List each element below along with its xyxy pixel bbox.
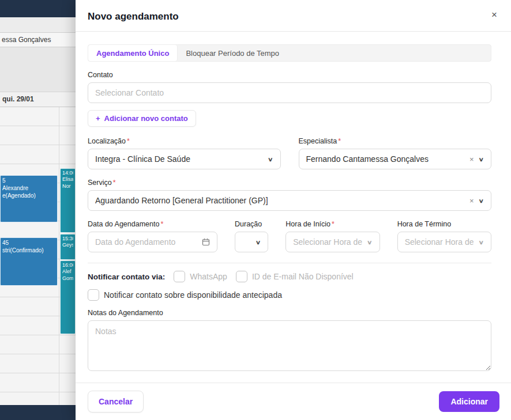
email-checkbox[interactable] — [236, 271, 247, 282]
chevron-down-icon: ∨ — [367, 239, 373, 245]
contato-select[interactable] — [88, 82, 491, 103]
selected-value: Aguardando Retorno [General Practitioner… — [95, 196, 465, 205]
event-line: 5 — [2, 177, 55, 184]
whatsapp-option: WhatsApp — [174, 271, 227, 282]
hora-inicio-field: Hora de Início* Selecionar Hora de ∨ — [285, 220, 380, 252]
cancel-button[interactable]: Cancelar — [88, 391, 144, 413]
notas-field: Notas do Agendamento — [88, 309, 491, 373]
hora-inicio-select[interactable]: Selecionar Hora de ∨ — [285, 232, 380, 252]
notas-textarea[interactable] — [88, 320, 491, 371]
whatsapp-label: WhatsApp — [190, 272, 227, 281]
hora-termino-label: Hora de Término — [397, 220, 491, 228]
calendar-icon — [202, 238, 210, 246]
calendar-event[interactable]: 45 stri(Confirmado) — [0, 237, 58, 286]
data-agendamento-field: Data do Agendamento* — [88, 220, 217, 252]
event-line: 45 — [2, 239, 55, 247]
especialista-label: Especialista* — [299, 137, 492, 145]
date-time-row: Data do Agendamento* — [88, 220, 491, 252]
contato-field: Contato — [88, 71, 491, 103]
duracao-label: Duração — [235, 220, 268, 228]
calendar-event[interactable]: 15:30 Geys — [60, 234, 76, 260]
hora-termino-field: Hora de Término Selecionar Hora de ∨ — [397, 220, 491, 252]
label-text: Especialista — [299, 137, 337, 145]
chevron-down-icon: ∨ — [268, 156, 273, 162]
event-line: Geys — [62, 242, 73, 248]
event-line: Nor — [62, 183, 73, 190]
servico-field: Serviço* Aguardando Retorno [General Pra… — [88, 179, 491, 211]
appointment-type-tabs: Agendamento Único Bloquear Período de Te… — [88, 44, 491, 62]
tab-agendamento-unico[interactable]: Agendamento Único — [88, 45, 178, 61]
event-line: e(Agendado) — [2, 192, 55, 199]
hora-termino-select[interactable]: Selecionar Hora de ∨ — [397, 232, 491, 252]
label-text: Serviço — [88, 179, 112, 187]
contato-label: Contato — [88, 71, 491, 79]
placeholder-text: Selecionar Hora de — [405, 237, 474, 247]
servico-select[interactable]: Aguardando Retorno [General Practitioner… — [88, 190, 491, 211]
contato-input[interactable] — [95, 88, 484, 97]
calendar-event[interactable]: 16:00 Alef Gom — [60, 260, 76, 334]
selected-value: Fernando Cantamessa Gonçalves — [306, 154, 465, 164]
whatsapp-checkbox[interactable] — [174, 271, 185, 282]
app-root: essa Gonçalves qui. 29/01 5 Alexandre e(… — [0, 0, 511, 420]
required-asterisk: * — [338, 137, 341, 145]
required-asterisk: * — [332, 220, 335, 228]
data-agendamento-label: Data do Agendamento* — [88, 220, 217, 228]
chevron-down-icon: ∨ — [478, 156, 484, 162]
new-appointment-modal: Novo agendamento × Agendamento Único Blo… — [76, 0, 511, 420]
email-label: ID de E-mail Não Disponível — [252, 272, 354, 281]
section-divider — [88, 263, 491, 263]
duracao-field: Duração ∨ — [235, 220, 268, 252]
chevron-down-icon: ∨ — [478, 197, 484, 203]
selected-value: Integra - Clínica De Saúde — [95, 154, 263, 164]
event-line: Alef — [62, 268, 73, 275]
hora-inicio-label: Hora de Início* — [285, 220, 380, 228]
modal-header: Novo agendamento × — [76, 0, 511, 32]
advance-availability-label: Notificar contato sobre disponibilidade … — [104, 290, 282, 300]
calendar-toolbar — [0, 47, 76, 92]
calendar-event[interactable]: 5 Alexandre e(Agendado) — [0, 175, 58, 222]
day-column-header: qui. 29/01 — [0, 92, 76, 107]
event-line: Gom — [62, 275, 73, 282]
required-asterisk: * — [113, 179, 116, 187]
data-agendamento-picker[interactable] — [88, 232, 217, 252]
chevron-down-icon: ∨ — [478, 239, 484, 245]
add-button[interactable]: Adicionar — [439, 391, 499, 412]
clear-icon[interactable]: × — [469, 155, 474, 164]
label-text: Data do Agendamento — [88, 220, 159, 228]
top-navigation-bar — [0, 0, 76, 17]
advance-availability-checkbox[interactable] — [88, 289, 99, 301]
modal-body: Agendamento Único Bloquear Período de Te… — [76, 32, 511, 383]
localizacao-label: Localização* — [88, 137, 281, 145]
clear-icon[interactable]: × — [469, 196, 474, 205]
modal-title: Novo agendamento — [88, 11, 491, 22]
tab-bloquear-periodo[interactable]: Bloquear Período de Tempo — [178, 45, 287, 61]
label-text: Duração — [235, 220, 262, 228]
data-agendamento-input[interactable] — [95, 237, 200, 247]
especialista-select[interactable]: Fernando Cantamessa Gonçalves × ∨ — [299, 149, 492, 169]
modal-footer: Cancelar Adicionar — [76, 383, 511, 420]
calendar-background: essa Gonçalves qui. 29/01 5 Alexandre e(… — [0, 0, 76, 420]
especialista-field: Especialista* Fernando Cantamessa Gonçal… — [299, 137, 492, 169]
calendar-event[interactable]: 14:00 Elisa Nor — [60, 168, 76, 233]
event-line: stri(Confirmado) — [2, 247, 55, 254]
location-specialist-row: Localização* Integra - Clínica De Saúde … — [88, 137, 491, 169]
event-line: Elisa — [62, 176, 73, 183]
plus-icon: + — [96, 114, 100, 123]
close-icon[interactable]: × — [491, 10, 497, 20]
localizacao-select[interactable]: Integra - Clínica De Saúde ∨ — [88, 149, 281, 169]
localizacao-field: Localização* Integra - Clínica De Saúde … — [88, 137, 281, 169]
email-option: ID de E-mail Não Disponível — [236, 271, 354, 282]
chevron-down-icon: ∨ — [256, 239, 261, 245]
label-text: Localização — [88, 137, 126, 145]
add-contact-label: Adicionar novo contato — [104, 114, 188, 123]
notify-via-label: Notificar contato via: — [88, 273, 165, 281]
required-asterisk: * — [160, 220, 163, 228]
bottom-bar — [0, 405, 76, 420]
duracao-select[interactable]: ∨ — [235, 232, 268, 252]
placeholder-text: Selecionar Hora de — [293, 237, 362, 247]
add-contact-button[interactable]: + Adicionar novo contato — [88, 110, 196, 127]
servico-label: Serviço* — [88, 179, 491, 187]
event-line: 16:00 — [62, 262, 73, 268]
label-text: Hora de Início — [285, 220, 330, 228]
label-text: Hora de Término — [397, 220, 452, 228]
